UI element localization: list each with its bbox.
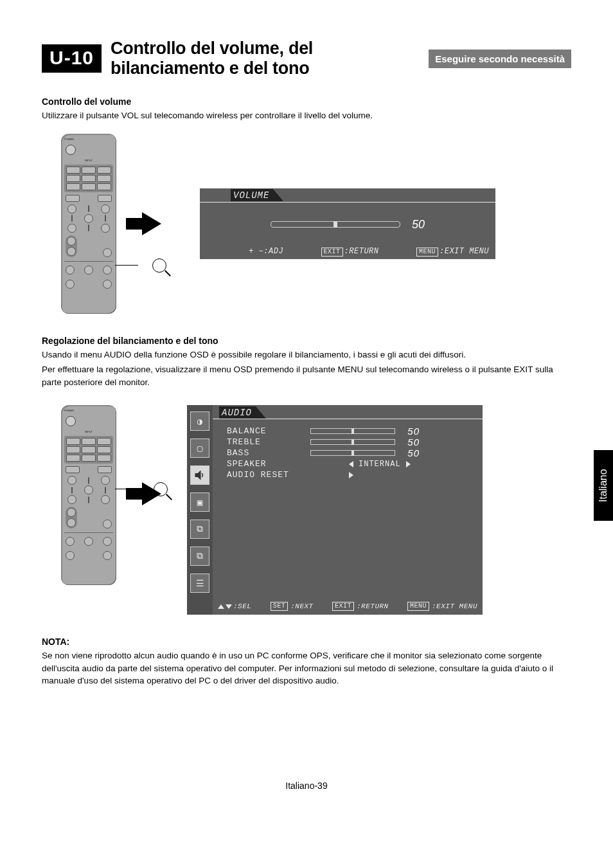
chevron-right-icon[interactable] [349,472,353,478]
volume-slider[interactable] [271,221,400,228]
magnifier-icon [152,258,166,273]
osd-audio-screen: ◑ ▢ ▣ ⧉ ⧉ ☰ AUDIO [187,405,483,615]
legend-return: EXIT:RETURN [321,247,379,257]
tone-body-2: Per effettuare la regolazione, visualizz… [42,363,571,388]
note-heading: NOTA: [42,637,571,647]
volume-value: 50 [412,218,425,231]
remote-control-illustration: POWER INPUT [61,405,116,585]
svg-marker-0 [195,471,200,479]
volume-heading: Controllo del volume [42,96,571,107]
osd-sidebar-icon[interactable]: ▢ [190,439,209,458]
osd-sidebar: ◑ ▢ ▣ ⧉ ⧉ ☰ [187,405,213,615]
osd-row-audio-reset[interactable]: AUDIO RESET [227,469,483,480]
osd-audio-title: AUDIO [219,406,261,419]
audio-figure-row: POWER INPUT [61,405,571,615]
osd-volume-screen: VOLUME 50 . + −:ADJ EXIT:RETURN MENU:EXI… [200,188,495,259]
legend-sel: :SEL [218,602,251,611]
tone-heading: Regolazione del bilanciamento e del tono [42,336,571,346]
arrow-right-icon [142,212,161,235]
chapter-code-badge: U-10 [42,44,102,73]
remote-control-illustration: POWER INPUT [61,134,116,314]
osd-row-bass[interactable]: BASS 50 [227,448,483,458]
osd-row-treble[interactable]: TREBLE 50 [227,437,483,448]
volume-body-text: Utilizzare il pulsante VOL sul telecoman… [42,109,571,122]
volume-figure-row: POWER INPUT [61,134,571,314]
chapter-title: Controllo del volume, del bilanciamento … [111,39,420,78]
language-side-tab: Italiano [594,450,613,521]
speaker-value: INTERNAL [359,460,401,469]
osd-sidebar-icon[interactable]: ▣ [190,493,209,512]
legend-exitmenu: MENU:EXIT MENU [407,602,477,611]
note-body: Se non viene riprodotto alcun audio quan… [42,649,571,687]
legend-next: SET:NEXT [271,602,314,611]
necessity-badge: Eseguire secondo necessità [429,50,571,68]
page-footer: Italiano-39 [0,781,613,791]
osd-row-balance[interactable]: BALANCE 50 [227,426,483,437]
osd-row-speaker[interactable]: SPEAKER INTERNAL [227,458,483,469]
section-header: U-10 Controllo del volume, del bilanciam… [42,39,571,78]
legend-adj: + −:ADJ [249,247,283,257]
osd-volume-title: VOLUME [231,189,278,201]
osd-sidebar-icon[interactable]: ⧉ [190,520,209,539]
legend-return: EXIT:RETURN [332,602,389,611]
osd-sidebar-icon-audio[interactable] [190,466,209,485]
legend-exitmenu: MENU:EXIT MENU [416,247,489,257]
arrow-right-icon [142,482,161,505]
osd-sidebar-icon[interactable]: ⧉ [190,547,209,566]
osd-sidebar-icon[interactable]: ◑ [190,411,209,431]
osd-sidebar-icon[interactable]: ☰ [190,574,209,593]
tone-body-1: Usando il menu AUDIO della funzione OSD … [42,348,571,361]
chevron-right-icon[interactable] [406,461,411,467]
chevron-left-icon[interactable] [349,461,353,467]
